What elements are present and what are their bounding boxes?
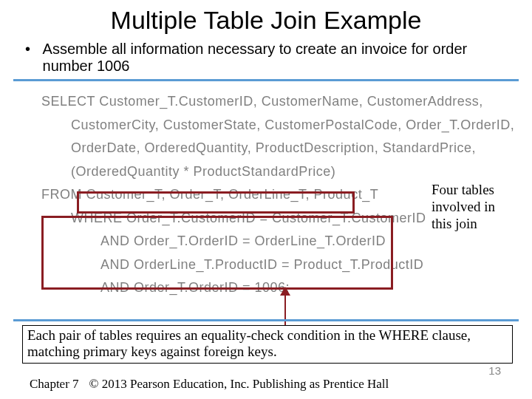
arrow-head-icon <box>280 287 290 296</box>
sql-select: SELECT Customer_T.CustomerID, CustomerNa… <box>41 90 532 114</box>
slide-title: Multiple Table Join Example <box>0 0 532 35</box>
sql-where3: AND OrderLine_T.ProductID = Product_T.Pr… <box>41 253 532 277</box>
footer-chapter: Chapter 7 <box>30 377 79 392</box>
sql-where2: AND Order_T.OrderID = OrderLine_T.OrderI… <box>41 230 532 253</box>
annotation-equality-check: Each pair of tables requires an equality… <box>22 325 513 364</box>
bullet-list: • Assemble all information necessary to … <box>0 35 532 75</box>
slide-footer: Chapter 7 © 2013 Pearson Education, Inc.… <box>0 377 532 392</box>
sql-line2: CustomerCity, CustomerState, CustomerPos… <box>41 114 532 137</box>
bullet-dot: • <box>25 41 38 58</box>
footer-copyright: © 2013 Pearson Education, Inc. Publishin… <box>89 377 389 392</box>
annotation-four-tables: Four tables involved in this join <box>432 182 519 232</box>
sql-line4: (OrderedQuantity * ProductStandardPrice) <box>41 160 532 184</box>
bullet-text: Assemble all information necessary to cr… <box>43 41 501 75</box>
page-number: 13 <box>488 364 501 377</box>
sql-line3: OrderDate, OrderedQuantity, ProductDescr… <box>41 137 532 160</box>
divider-bottom <box>13 319 519 321</box>
